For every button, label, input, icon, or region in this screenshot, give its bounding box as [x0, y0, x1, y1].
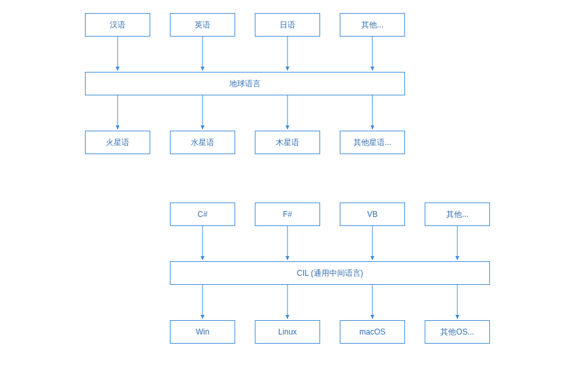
d2-top-3: 其他...	[425, 203, 490, 226]
d1-top-0-label: 汉语	[110, 20, 125, 31]
d1-top-2-label: 日语	[280, 20, 295, 31]
d2-top-0: C#	[170, 203, 235, 226]
d1-middle: 地球语言	[85, 72, 405, 95]
d1-bottom-2: 木星语	[255, 131, 320, 154]
d2-top-3-label: 其他...	[446, 209, 468, 220]
d1-middle-label: 地球语言	[229, 78, 261, 90]
d2-top-0-label: C#	[197, 210, 207, 219]
d1-top-2: 日语	[255, 13, 320, 37]
diagram-stage: 汉语 英语 日语 其他... 地球语言 火星语 水星语 木星语 其他星语... …	[0, 0, 588, 392]
d2-bottom-2: macOS	[340, 320, 405, 344]
d2-bottom-1: Linux	[255, 320, 320, 344]
d1-bottom-1-label: 水星语	[191, 137, 214, 148]
d1-bottom-1: 水星语	[170, 131, 235, 154]
d2-top-1-label: F#	[283, 210, 292, 219]
d2-top-2: VB	[340, 203, 405, 226]
d2-bottom-1-label: Linux	[278, 327, 297, 336]
d2-bottom-0: Win	[170, 320, 235, 344]
d1-bottom-2-label: 木星语	[276, 137, 299, 148]
d1-top-1: 英语	[170, 13, 235, 37]
d1-bottom-0: 火星语	[85, 131, 150, 154]
d2-top-2-label: VB	[367, 210, 378, 219]
d1-top-1-label: 英语	[195, 20, 210, 31]
d2-top-1: F#	[255, 203, 320, 226]
d1-top-0: 汉语	[85, 13, 150, 37]
d1-top-3: 其他...	[340, 13, 405, 37]
d1-bottom-0-label: 火星语	[106, 137, 129, 148]
d2-bottom-3-label: 其他OS...	[440, 327, 474, 338]
d2-bottom-3: 其他OS...	[425, 320, 490, 344]
d1-bottom-3: 其他星语...	[340, 131, 405, 154]
d2-bottom-0-label: Win	[196, 327, 210, 336]
d2-middle: CIL (通用中间语言)	[170, 261, 490, 285]
d2-bottom-2-label: macOS	[359, 327, 385, 336]
d1-bottom-3-label: 其他星语...	[353, 137, 391, 148]
d1-top-3-label: 其他...	[361, 20, 384, 31]
d2-middle-label: CIL (通用中间语言)	[297, 268, 363, 279]
